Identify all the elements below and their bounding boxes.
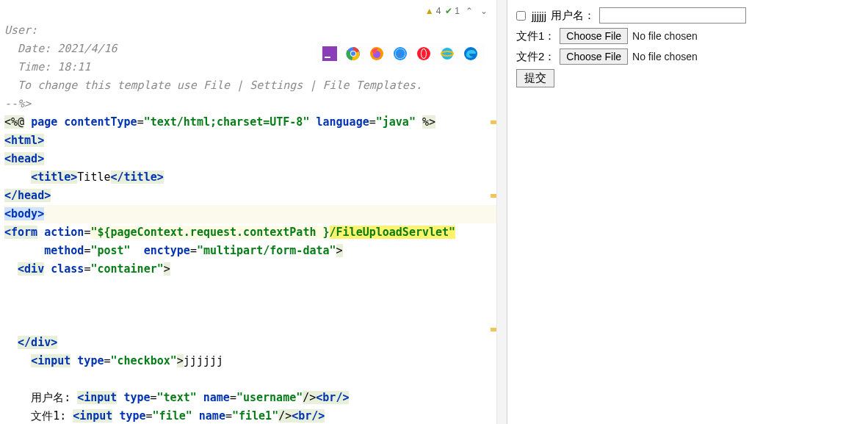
svg-point-13 bbox=[422, 49, 426, 58]
inspection-passed[interactable]: ✔ 1 bbox=[445, 6, 460, 16]
checkbox-line: <input type="checkbox">jjjjjj bbox=[4, 354, 223, 367]
pass-count: 1 bbox=[455, 6, 460, 16]
div-close-line: </div> bbox=[4, 336, 57, 349]
file1-status: No file chosen bbox=[632, 30, 698, 42]
checkbox-label: jjjjjj bbox=[532, 10, 546, 22]
gutter-warning-mark[interactable] bbox=[491, 328, 496, 331]
chrome-icon[interactable] bbox=[345, 46, 361, 62]
comment-template: To change this template use File | Setti… bbox=[4, 79, 422, 92]
username-input[interactable] bbox=[599, 7, 746, 24]
file1-line: 文件1: <input type="file" name="file1"/><b… bbox=[4, 409, 325, 423]
safari-icon[interactable] bbox=[392, 46, 408, 62]
username-line: 用户名: <input type="text" name="username"/… bbox=[4, 391, 349, 404]
checkbox-input[interactable] bbox=[516, 11, 526, 21]
warning-icon: ▲ bbox=[425, 6, 434, 16]
intellij-icon[interactable] bbox=[322, 46, 338, 62]
comment-time: Time: 18:11 bbox=[4, 60, 90, 73]
svg-rect-0 bbox=[322, 46, 337, 61]
warning-count: 4 bbox=[436, 6, 441, 16]
file2-label: 文件2： bbox=[516, 50, 555, 64]
svg-point-5 bbox=[351, 51, 355, 56]
opera-icon[interactable] bbox=[416, 46, 432, 62]
inspection-warnings[interactable]: ▲ 4 bbox=[425, 6, 441, 16]
head-close-tag: </head> bbox=[4, 189, 51, 202]
head-open-tag: <head> bbox=[4, 152, 44, 165]
editor-scrollbar[interactable] bbox=[496, 0, 507, 424]
ie-icon[interactable] bbox=[439, 46, 455, 62]
svg-rect-1 bbox=[325, 57, 330, 58]
form-line-2: method="post" enctype="multipart/form-da… bbox=[4, 244, 343, 257]
comment-user: User: bbox=[4, 24, 37, 37]
username-label: 用户名： bbox=[551, 9, 595, 23]
file1-choose-button[interactable]: Choose File bbox=[560, 28, 628, 44]
firefox-icon[interactable] bbox=[369, 46, 385, 62]
jsp-page-directive: <%@ page contentType="text/html;charset=… bbox=[4, 115, 435, 129]
file2-row: 文件2： Choose File No file chosen bbox=[516, 48, 859, 65]
comment-date: Date: 2021/4/16 bbox=[4, 42, 117, 55]
browser-preview-pane: jjjjjj 用户名： 文件1： Choose File No file cho… bbox=[507, 0, 868, 424]
html-open-tag: <html> bbox=[4, 134, 44, 147]
file1-row: 文件1： Choose File No file chosen bbox=[516, 28, 859, 44]
gutter-warning-mark[interactable] bbox=[491, 121, 496, 124]
code-editor-pane[interactable]: ▲ 4 ✔ 1 ⌃ ⌄ User: Date: 2021/4/16 Time: … bbox=[0, 0, 507, 424]
submit-row: 提交 bbox=[516, 69, 859, 87]
submit-button[interactable]: 提交 bbox=[516, 69, 554, 87]
gutter-marks bbox=[491, 0, 496, 424]
gutter-warning-mark[interactable] bbox=[491, 194, 496, 198]
file2-status: No file chosen bbox=[632, 51, 698, 62]
current-line: <body> bbox=[4, 205, 502, 223]
file2-choose-button[interactable]: Choose File bbox=[560, 48, 628, 65]
form-line-1: <form action="${pageContext.request.cont… bbox=[4, 226, 455, 239]
edge-icon[interactable] bbox=[463, 46, 479, 62]
inspection-bar: ▲ 4 ✔ 1 ⌃ ⌄ bbox=[425, 6, 489, 16]
svg-point-14 bbox=[441, 48, 453, 60]
check-icon: ✔ bbox=[445, 6, 452, 16]
next-highlight-button[interactable]: ⌄ bbox=[479, 6, 489, 16]
comment-end: --%> bbox=[4, 97, 31, 110]
prev-highlight-button[interactable]: ⌃ bbox=[464, 6, 474, 16]
checkbox-row: jjjjjj 用户名： bbox=[516, 7, 859, 24]
title-line: <title>Title</title> bbox=[4, 170, 164, 184]
div-open-line: <div class="container"> bbox=[4, 262, 170, 276]
file1-label: 文件1： bbox=[516, 29, 555, 43]
open-in-browser-toolbar bbox=[316, 43, 485, 65]
